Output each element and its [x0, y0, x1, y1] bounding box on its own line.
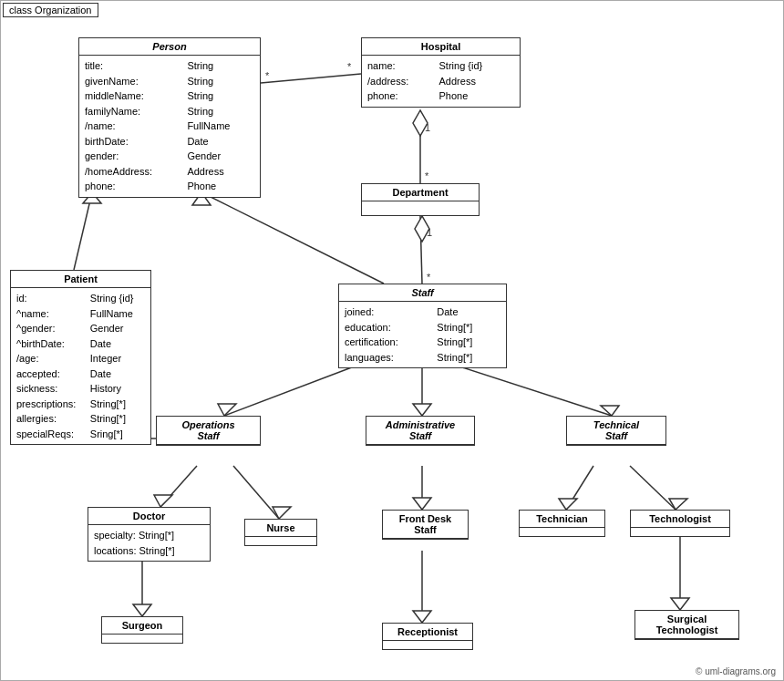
class-patient-header: Patient [11, 271, 150, 288]
svg-text:*: * [347, 61, 352, 72]
frame-label: class Organization [3, 3, 98, 17]
svg-marker-39 [671, 598, 689, 610]
class-patient-body: id:String {id} ^name:FullName ^gender:Ge… [11, 288, 150, 444]
class-receptionist: Receptionist [382, 623, 473, 650]
svg-marker-21 [413, 404, 431, 416]
svg-text:*: * [425, 170, 429, 181]
class-ops-staff-header: Operations Staff [157, 417, 260, 445]
svg-text:*: * [265, 70, 270, 81]
class-department-header: Department [362, 184, 479, 201]
svg-marker-25 [154, 495, 172, 507]
class-surgeon-header: Surgeon [102, 617, 182, 635]
svg-line-18 [224, 366, 356, 416]
class-front-desk-header: Front Desk Staff [383, 511, 468, 539]
svg-line-13 [201, 192, 384, 284]
class-patient: Patient id:String {id} ^name:FullName ^g… [10, 270, 151, 445]
svg-line-24 [160, 466, 197, 507]
class-person-body: title:String givenName:String middleName… [79, 56, 260, 197]
class-admin-staff: Administrative Staff [366, 416, 475, 446]
svg-marker-33 [669, 499, 687, 510]
class-technician: Technician [519, 510, 605, 537]
svg-marker-29 [413, 498, 431, 510]
svg-marker-8 [415, 216, 429, 242]
svg-line-0 [261, 74, 361, 83]
svg-line-26 [233, 466, 279, 519]
class-admin-staff-header: Administrative Staff [366, 417, 474, 445]
svg-line-32 [630, 466, 676, 510]
class-nurse-header: Nurse [245, 520, 316, 537]
class-hospital-body: name:String {id} /address:Address phone:… [362, 56, 520, 107]
svg-line-11 [74, 192, 92, 270]
class-doctor-body: specialty: String[*] locations: String[*… [88, 525, 210, 561]
svg-marker-23 [601, 406, 619, 416]
class-department: Department [361, 183, 480, 216]
class-tech-staff-header: Technical Staff [567, 417, 665, 445]
class-hospital: Hospital name:String {id} /address:Addre… [361, 37, 521, 108]
class-surgeon: Surgeon [101, 616, 183, 644]
svg-line-7 [420, 216, 422, 284]
class-tech-staff: Technical Staff [566, 416, 666, 446]
class-surgical-tech-header: Surgical Technologist [635, 611, 738, 639]
diagram-container: class Organization * * 1 * 1 * * * [0, 0, 784, 681]
class-ops-staff: Operations Staff [156, 416, 261, 446]
class-person: Person title:String givenName:String mid… [78, 37, 261, 198]
class-staff: Staff joined:Date education:String[*] ce… [338, 284, 507, 368]
class-front-desk: Front Desk Staff [382, 510, 469, 540]
svg-line-22 [457, 366, 612, 416]
svg-marker-27 [273, 507, 291, 519]
svg-marker-4 [413, 110, 428, 136]
class-doctor-header: Doctor [88, 508, 210, 525]
svg-marker-37 [413, 611, 431, 623]
class-doctor: Doctor specialty: String[*] locations: S… [88, 507, 211, 562]
class-staff-body: joined:Date education:String[*] certific… [339, 302, 506, 367]
svg-line-30 [566, 466, 593, 510]
svg-text:1: 1 [427, 227, 432, 238]
class-person-header: Person [79, 38, 260, 56]
class-staff-header: Staff [339, 284, 506, 302]
copyright: © uml-diagrams.org [696, 666, 776, 676]
svg-marker-35 [133, 604, 151, 616]
class-receptionist-header: Receptionist [383, 624, 472, 641]
class-technologist-header: Technologist [631, 511, 729, 528]
class-hospital-header: Hospital [362, 38, 520, 56]
class-nurse: Nurse [244, 519, 317, 546]
class-technician-header: Technician [520, 511, 604, 528]
class-surgical-tech: Surgical Technologist [634, 610, 739, 640]
svg-text:1: 1 [425, 122, 430, 133]
svg-marker-31 [559, 499, 577, 510]
svg-text:*: * [427, 272, 431, 283]
class-technologist: Technologist [630, 510, 730, 537]
svg-marker-19 [218, 404, 236, 416]
